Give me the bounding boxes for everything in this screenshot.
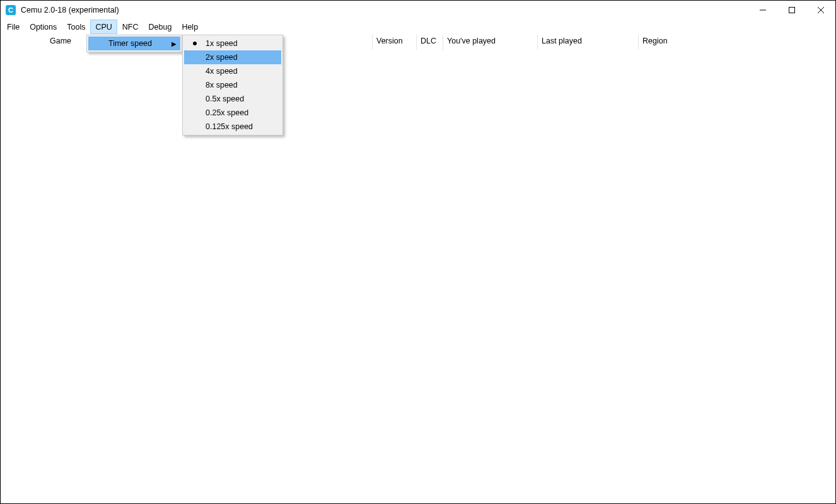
cpu-dropdown: Timer speed ▶ bbox=[86, 35, 182, 52]
column-header-played[interactable]: You've played bbox=[443, 35, 538, 50]
timer-speed-option-label: 8x speed bbox=[206, 81, 238, 89]
timer-speed-option[interactable]: 1x speed bbox=[184, 37, 281, 50]
column-header-version[interactable]: Version bbox=[373, 35, 417, 50]
menu-file[interactable]: File bbox=[2, 20, 25, 34]
column-spacer bbox=[1, 35, 46, 50]
close-button[interactable] bbox=[806, 1, 835, 20]
timer-speed-option-label: 2x speed bbox=[206, 53, 238, 62]
column-header-dlc[interactable]: DLC bbox=[417, 35, 443, 50]
window-controls bbox=[748, 1, 835, 20]
window-title: Cemu 2.0-18 (experimental) bbox=[21, 6, 119, 14]
column-header-region[interactable]: Region bbox=[639, 35, 835, 50]
menu-tools[interactable]: Tools bbox=[62, 20, 90, 34]
timer-speed-option[interactable]: 4x speed bbox=[184, 64, 281, 78]
timer-speed-option-label: 0.5x speed bbox=[206, 94, 244, 103]
menubar: File Options Tools CPU NFC Debug Help bbox=[1, 20, 835, 35]
minimize-button[interactable] bbox=[748, 1, 777, 20]
timer-speed-option-label: 0.125x speed bbox=[206, 122, 253, 131]
menu-cpu[interactable]: CPU bbox=[90, 20, 117, 34]
menu-debug[interactable]: Debug bbox=[144, 20, 177, 34]
menu-item-timer-speed[interactable]: Timer speed ▶ bbox=[88, 37, 180, 50]
submenu-arrow-icon: ▶ bbox=[171, 40, 177, 47]
app-icon: C bbox=[6, 5, 16, 15]
svg-rect-1 bbox=[789, 8, 795, 13]
timer-speed-option[interactable]: 8x speed bbox=[184, 78, 281, 92]
timer-speed-option-label: 1x speed bbox=[206, 39, 238, 48]
timer-speed-option-label: 4x speed bbox=[206, 67, 238, 76]
timer-speed-option[interactable]: 2x speed bbox=[184, 50, 281, 64]
menu-options[interactable]: Options bbox=[25, 20, 62, 34]
titlebar: C Cemu 2.0-18 (experimental) bbox=[1, 1, 835, 20]
radio-selected-icon bbox=[193, 42, 197, 45]
timer-speed-submenu: 1x speed2x speed4x speed8x speed0.5x spe… bbox=[182, 35, 283, 135]
menu-nfc[interactable]: NFC bbox=[117, 20, 144, 34]
timer-speed-option[interactable]: 0.125x speed bbox=[184, 120, 281, 134]
timer-speed-option[interactable]: 0.5x speed bbox=[184, 92, 281, 106]
timer-speed-option-label: 0.25x speed bbox=[206, 108, 248, 117]
menu-help[interactable]: Help bbox=[177, 20, 203, 34]
column-header-last-played[interactable]: Last played bbox=[538, 35, 639, 50]
content-area: Game Version DLC You've played Last play… bbox=[1, 35, 835, 503]
timer-speed-option[interactable]: 0.25x speed bbox=[184, 106, 281, 120]
menu-item-label: Timer speed bbox=[108, 39, 152, 48]
maximize-button[interactable] bbox=[777, 1, 806, 20]
